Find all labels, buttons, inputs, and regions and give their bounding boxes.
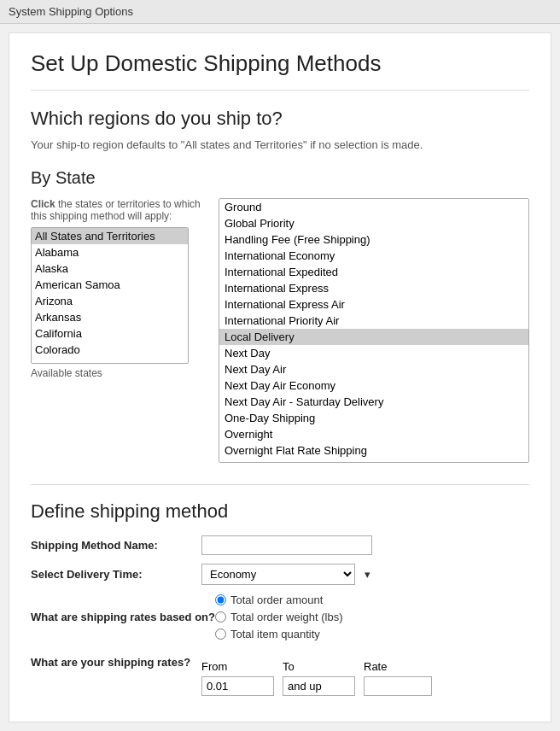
rate-label: Rate [364,660,387,673]
radio-quantity-input[interactable] [215,629,226,640]
rates-based-row: What are shipping rates based on? Total … [31,594,529,640]
by-state-title: By State [31,168,529,188]
delivery-time-row: Select Delivery Time: Economy Standard E… [31,564,529,585]
radio-total-weight[interactable]: Total order weight (lbs) [215,611,529,623]
click-rest: the states or territories to which this … [31,198,201,222]
from-header: From [201,660,274,673]
to-header: To [283,660,355,673]
from-label: From [201,660,227,673]
shipping-method-name-row: Shipping Method Name: [31,535,529,555]
radio-quantity-label: Total item quantity [230,628,320,640]
delivery-time-value: Economy Standard Expedited Next Day Next… [201,564,529,585]
shipping-method-input[interactable] [201,535,372,555]
delivery-time-unit: ▾ [365,568,370,581]
define-title: Define shipping method [31,500,529,523]
rates-header: From To Rate [201,660,529,673]
radio-amount-label: Total order amount [230,594,323,606]
rate-input[interactable] [364,676,432,696]
shipping-methods-column: Ground Global Priority Handling Fee (Fre… [219,198,529,463]
shipping-rates-row: What are your shipping rates? From To Ra… [31,649,529,696]
radio-total-amount[interactable]: Total order amount [215,594,529,606]
define-section: Define shipping method Shipping Method N… [31,484,529,696]
shipping-method-label: Shipping Method Name: [31,539,201,552]
states-column: Click the states or territories to which… [31,198,201,379]
to-label: To [283,660,295,673]
rate-header: Rate [364,660,432,673]
by-state-section: Click the states or territories to which… [31,198,529,463]
radio-weight-label: Total order weight (lbs) [230,611,343,623]
page-main-title: Set Up Domestic Shipping Methods [31,50,529,91]
top-bar: System Shipping Options [0,0,560,24]
state-list[interactable]: All States and Territories Alabama Alask… [31,227,189,364]
click-instruction: Click the states or territories to which… [31,198,201,222]
available-states-label: Available states [31,367,201,379]
shipping-methods-list[interactable]: Ground Global Priority Handling Fee (Fre… [219,198,529,463]
top-bar-title: System Shipping Options [9,5,133,18]
radio-weight-input[interactable] [215,611,226,623]
delivery-time-label: Select Delivery Time: [31,568,201,581]
regions-title: Which regions do you ship to? [31,108,529,130]
to-input[interactable] [283,676,355,696]
shipping-method-value [201,535,529,555]
delivery-time-select[interactable]: Economy Standard Expedited Next Day Next… [201,564,355,585]
radio-amount-input[interactable] [215,594,226,605]
click-bold: Click [31,198,55,210]
radio-total-quantity[interactable]: Total item quantity [215,628,529,640]
rates-based-label: What are shipping rates based on? [31,611,215,623]
rates-section: From To Rate [201,653,529,696]
main-content: Set Up Domestic Shipping Methods Which r… [9,32,551,722]
from-input[interactable] [201,676,274,696]
region-description: Your ship-to region defaults to "All sta… [31,138,529,151]
rate-row [201,676,529,696]
what-rates-label: What are your shipping rates? [31,649,201,669]
rates-based-options: Total order amount Total order weight (l… [215,594,529,640]
